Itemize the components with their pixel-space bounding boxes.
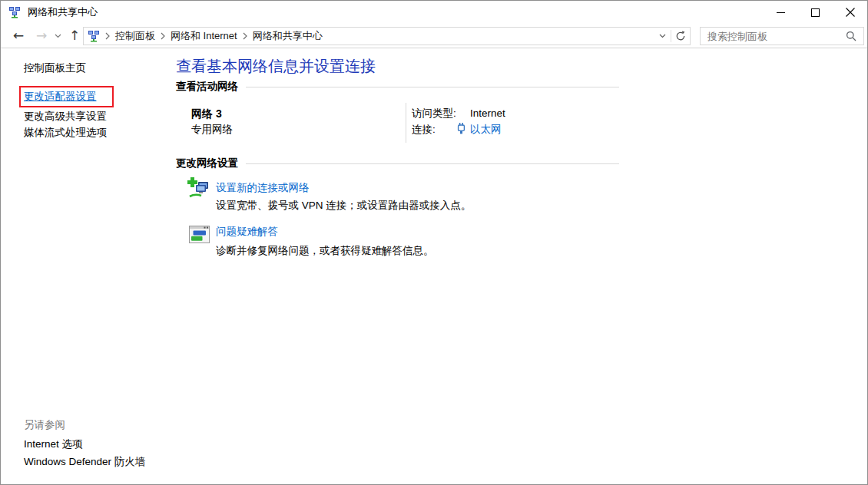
address-bar-controls: [654, 28, 690, 45]
refresh-icon: [675, 31, 686, 41]
setup-new-connection-description: 设置宽带、拨号或 VPN 连接；或设置路由器或接入点。: [216, 200, 471, 212]
forward-button[interactable]: →: [31, 24, 51, 48]
network-name: 网络 3: [191, 107, 222, 120]
search-input[interactable]: [701, 28, 843, 45]
new-connection-icon: [187, 177, 211, 203]
network-breadcrumb-icon: [88, 30, 100, 42]
network-sharing-center-icon: [8, 6, 21, 18]
breadcrumb-control-panel[interactable]: 控制面板: [115, 29, 155, 43]
change-settings-section-title: 更改网络设置: [176, 157, 238, 170]
window-title: 网络和共享中心: [28, 5, 98, 19]
breadcrumb-separator-icon: [243, 32, 247, 40]
access-type-value: Internet: [470, 107, 505, 120]
chevron-down-icon: [659, 34, 666, 38]
recent-locations-button[interactable]: [51, 24, 64, 48]
search-icon[interactable]: [843, 31, 863, 41]
breadcrumb-network-sharing-center[interactable]: 网络和共享中心: [253, 29, 323, 43]
minimize-button[interactable]: [764, 1, 798, 24]
chevron-down-icon: [55, 34, 61, 38]
section-rule: [246, 163, 619, 164]
search-box[interactable]: [700, 27, 864, 45]
minimize-icon: [777, 8, 785, 17]
ethernet-plug-icon: [457, 123, 465, 137]
network-type: 专用网络: [191, 124, 233, 136]
maximize-button[interactable]: [798, 1, 833, 24]
ethernet-link[interactable]: 以太网: [470, 124, 502, 136]
sidebar-item-media-streaming-options[interactable]: 媒体流式处理选项: [24, 126, 107, 140]
maximize-icon: [811, 8, 820, 17]
window-controls: [764, 1, 867, 24]
breadcrumb-separator-icon: [161, 32, 165, 40]
connections-label: 连接:: [412, 124, 436, 136]
main-content: 查看基本网络信息并设置连接 查看活动网络 网络 3 专用网络 访问类型: Int…: [176, 48, 867, 484]
breadcrumb-network-and-internet[interactable]: 网络和 Internet: [171, 29, 237, 43]
change-settings-section-header: 更改网络设置: [176, 157, 619, 170]
page-title: 查看基本网络信息并设置连接: [176, 56, 376, 77]
troubleshoot-problems-link[interactable]: 问题疑难解答: [216, 226, 278, 238]
refresh-button[interactable]: [671, 28, 690, 45]
see-also-heading: 另请参阅: [24, 418, 65, 432]
back-arrow-icon: ←: [13, 29, 24, 42]
active-networks-section-header: 查看活动网络: [176, 80, 619, 94]
up-button[interactable]: ↑: [65, 24, 84, 48]
up-arrow-icon: ↑: [69, 29, 80, 42]
sidebar-item-change-adapter-settings[interactable]: 更改适配器设置: [24, 90, 97, 104]
close-icon: [846, 8, 855, 17]
sidebar-item-control-panel-home[interactable]: 控制面板主页: [24, 61, 86, 75]
title-bar: 网络和共享中心: [1, 1, 867, 24]
navigation-bar: ← → ↑ 控制面板 网络和 Internet 网络和共享中心: [1, 24, 867, 48]
troubleshoot-problems-description: 诊断并修复网络问题，或者获得疑难解答信息。: [216, 245, 434, 257]
access-type-label: 访问类型:: [412, 107, 456, 120]
address-bar[interactable]: 控制面板 网络和 Internet 网络和共享中心: [83, 27, 691, 45]
sidebar-item-windows-defender-firewall[interactable]: Windows Defender 防火墙: [24, 455, 145, 469]
network-sharing-center-window: 网络和共享中心 ← → ↑: [0, 0, 868, 485]
back-button[interactable]: ←: [8, 24, 28, 48]
sidebar: 控制面板主页 更改适配器设置 更改高级共享设置 媒体流式处理选项 另请参阅 In…: [1, 48, 176, 484]
close-button[interactable]: [833, 1, 867, 24]
section-rule: [246, 87, 619, 87]
sidebar-item-change-advanced-sharing-settings[interactable]: 更改高级共享设置: [24, 110, 107, 124]
breadcrumb-separator-icon: [105, 32, 110, 40]
troubleshoot-icon: [189, 226, 210, 247]
setup-new-connection-link[interactable]: 设置新的连接或网络: [216, 182, 310, 194]
forward-arrow-icon: →: [36, 29, 47, 42]
network-info-divider: [406, 103, 406, 143]
address-dropdown-button[interactable]: [654, 28, 671, 45]
sidebar-item-internet-options[interactable]: Internet 选项: [24, 437, 83, 451]
active-networks-section-title: 查看活动网络: [176, 80, 238, 94]
